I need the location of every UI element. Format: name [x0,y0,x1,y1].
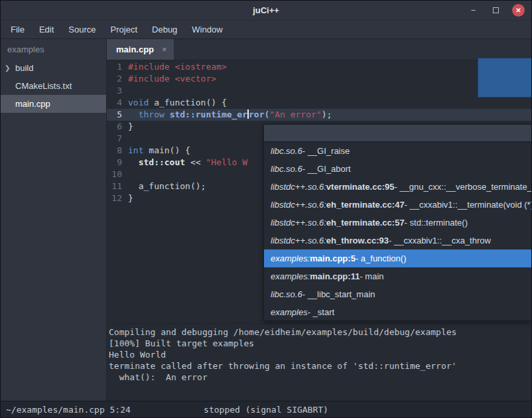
line-number: 12 [107,192,128,204]
line-number: 5 [107,109,128,121]
line-number: 11 [107,180,128,192]
app-window: juCi++ − ✕ FileEditSourceProjectDebugWin… [0,0,532,418]
titlebar[interactable]: juCi++ − ✕ [1,1,531,21]
sidebar-item-label: main.cpp [15,99,50,109]
backtrace-item[interactable]: libstdc++.so.6:eh_terminate.cc:57 - std:… [264,214,531,232]
backtrace-item[interactable]: libstdc++.so.6:eh_throw.cc:93 - __cxxabi… [264,232,531,249]
code-text: #include <vector> [128,73,216,85]
tab-main-cpp[interactable]: main.cpp × [107,39,174,60]
status-file-position: ~/examples/main.cpp 5:24 [1,405,131,415]
line-number: 1 [107,61,128,73]
menu-item-file[interactable]: File [3,23,32,36]
line-number: 7 [107,133,128,145]
code-line-3[interactable]: 3 [107,85,531,97]
line-number: 2 [107,73,128,85]
popup-search-entry[interactable] [264,125,531,142]
backtrace-popup: libc.so.6 - __GI_raiselibc.so.6 - __GI_a… [263,124,532,321]
menu-item-source[interactable]: Source [61,23,103,36]
menu-item-project[interactable]: Project [103,23,145,36]
code-line-5[interactable]: 5 throw std::runtime_error("An error"); [107,109,531,121]
backtrace-item[interactable]: libc.so.6 - __libc_start_main [264,285,531,303]
line-number: 3 [107,85,128,97]
sidebar-item-label: CMakeLists.txt [15,81,72,91]
sidebar-item-label: build [15,63,33,73]
close-icon: ✕ [515,7,521,14]
menu-bar: FileEditSourceProjectDebugWindow [1,21,531,39]
minimize-button[interactable]: − [467,4,480,17]
window-controls: − ✕ [467,1,525,20]
line-number: 6 [107,121,128,133]
line-number: 8 [107,145,128,157]
line-number: 9 [107,157,128,169]
window-title: juCi++ [253,5,279,15]
code-line-1[interactable]: 1#include <iostream> [107,61,531,73]
code-text: } [128,192,133,204]
terminal-line: [100%] Built target examples [109,338,526,349]
code-text: a_function(); [128,180,206,192]
backtrace-list: libc.so.6 - __GI_raiselibc.so.6 - __GI_a… [264,142,531,321]
sidebar-item-build[interactable]: ❯build [1,59,106,77]
backtrace-item[interactable]: libstdc++.so.6:vterminate.cc:95 - __gnu_… [264,178,531,196]
line-number: 4 [107,97,128,109]
backtrace-item[interactable]: libc.so.6 - __GI_raise [264,142,531,160]
close-button[interactable]: ✕ [512,4,525,17]
backtrace-item[interactable]: libc.so.6 - __GI_abort [264,160,531,178]
code-line-2[interactable]: 2#include <vector> [107,73,531,85]
tooltip-box [478,58,532,98]
menu-item-window[interactable]: Window [184,23,230,36]
tab-label: main.cpp [116,44,154,54]
backtrace-item[interactable]: examples - _start [264,303,531,321]
chevron-right-icon: ❯ [5,64,15,72]
terminal-line: what(): An error [109,372,526,383]
backtrace-item[interactable]: examples:main.cpp:11 - main [264,267,531,285]
sidebar: examples ❯buildCMakeLists.txtmain.cpp [1,39,107,401]
code-text: #include <iostream> [128,61,227,73]
file-tree: ❯buildCMakeLists.txtmain.cpp [1,59,106,113]
code-text: std::cout << "Hello W [128,157,247,169]
maximize-icon [493,7,499,13]
sidebar-header: examples [1,39,106,59]
terminal-line: Compiling and debugging /home/eidheim/ex… [109,326,526,338]
terminal-output: Compiling and debugging /home/eidheim/ex… [107,323,531,401]
terminal-line: Hello World [109,349,526,360]
backtrace-item[interactable]: examples:main.cpp:5 - a_function() [264,249,531,267]
terminal-line: terminate called after throwing an insta… [109,360,526,372]
menu-item-debug[interactable]: Debug [145,23,184,36]
tab-bar: main.cpp × [107,39,531,60]
backtrace-item[interactable]: libstdc++.so.6:eh_terminate.cc:47 - __cx… [264,196,531,214]
code-line-4[interactable]: 4void a_function() { [107,97,531,109]
code-text: } [128,121,133,133]
code-text: void a_function() { [128,97,227,109]
sidebar-item-cmakelists-txt[interactable]: CMakeLists.txt [1,77,106,95]
maximize-button[interactable] [490,4,502,17]
status-bar: ~/examples/main.cpp 5:24 stopped (signal… [1,401,531,417]
sidebar-item-main-cpp[interactable]: main.cpp [1,95,106,113]
line-number: 10 [107,169,128,180]
minimize-icon: − [471,5,476,15]
code-text: throw std::runtime_error("An error"); [128,109,332,121]
tab-close-icon[interactable]: × [162,44,167,54]
code-text: int main() { [128,145,190,157]
menu-item-edit[interactable]: Edit [32,23,61,36]
